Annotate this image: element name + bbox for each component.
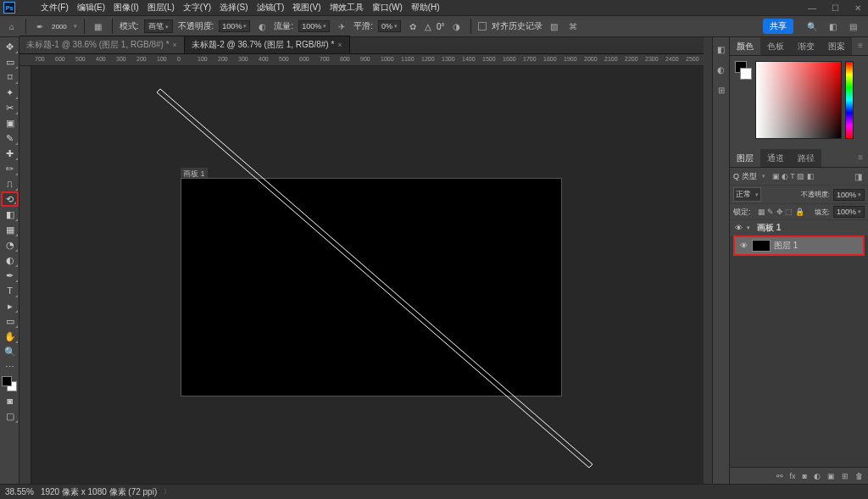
menu-window[interactable]: 窗口(W) (369, 2, 406, 14)
workspace-icon[interactable]: ◧ (826, 19, 839, 33)
adjustment-layer-icon[interactable]: ◐ (814, 472, 821, 480)
tab-channels[interactable]: 通道 (760, 149, 791, 167)
filter-toggle-icon[interactable]: ◨ (851, 169, 865, 183)
menu-type[interactable]: 文字(Y) (180, 2, 214, 14)
delete-layer-icon[interactable]: 🗑 (855, 472, 863, 480)
document-tab-1[interactable]: 未标题-1 @ 38.6% (图层 1, RGB/8#) *× (19, 36, 185, 53)
layer-mask-icon[interactable]: ◙ (803, 472, 807, 480)
smooth-settings-icon[interactable]: ✿ (406, 19, 420, 33)
tablet-icon[interactable]: ⌘ (566, 19, 580, 33)
panel-swatch[interactable] (735, 61, 752, 80)
gradient-tool[interactable]: ▦ (1, 222, 19, 237)
eyedropper-tool[interactable]: ✎ (1, 130, 19, 146)
brush-icon[interactable]: ✒ (33, 19, 47, 33)
horizontal-ruler[interactable]: 7006005004003002001000100200300400500600… (19, 54, 704, 66)
libraries-icon[interactable]: ⊞ (715, 83, 728, 97)
opacity-input[interactable]: 100%▾ (219, 20, 250, 32)
fill-input[interactable]: 100%▾ (833, 206, 865, 218)
mode-select[interactable]: 画笔▾ (144, 19, 173, 33)
panel-menu-icon[interactable]: ≡ (853, 149, 868, 167)
adjustments-icon[interactable]: ◐ (715, 63, 728, 76)
pressure-size-icon[interactable]: ◑ (450, 19, 464, 33)
layer-opacity-input[interactable]: 100%▾ (833, 189, 865, 201)
new-layer-icon[interactable]: ⊞ (842, 472, 849, 480)
tab-swatches[interactable]: 色板 (760, 37, 791, 55)
blend-mode-select[interactable]: 正常 ▾ (733, 187, 761, 202)
stamp-tool[interactable]: ⎍ (1, 176, 19, 191)
share-button[interactable]: 共享 (763, 19, 793, 34)
crop-tool[interactable]: ✂ (1, 100, 19, 115)
menu-file[interactable]: 文件(F) (37, 2, 72, 14)
hand-tool[interactable]: ✋ (1, 329, 19, 344)
link-layers-icon[interactable]: ⚯ (776, 472, 783, 480)
group-icon[interactable]: ▣ (827, 472, 835, 480)
color-field[interactable] (755, 61, 842, 139)
marquee-tool[interactable]: ▭ (1, 54, 19, 69)
properties-icon[interactable]: ◧ (715, 42, 728, 56)
maximize-button[interactable]: ☐ (828, 3, 843, 13)
tab-color[interactable]: 颜色 (730, 37, 760, 55)
panel-menu-icon[interactable]: ≡ (853, 37, 868, 55)
close-tab-icon[interactable]: × (173, 41, 177, 49)
layer-name[interactable]: 图层 1 (774, 240, 798, 252)
menu-edit[interactable]: 编辑(E) (74, 2, 108, 14)
brush-panel-icon[interactable]: ▦ (92, 19, 105, 33)
airbrush-icon[interactable]: ✈ (335, 19, 348, 33)
menu-layer[interactable]: 图层(L) (144, 2, 178, 14)
close-tab-icon[interactable]: × (337, 41, 342, 49)
dodge-tool[interactable]: ◐ (1, 252, 19, 268)
tab-layers[interactable]: 图层 (730, 149, 760, 167)
quickmask-tool[interactable]: ◙ (1, 393, 19, 408)
screenmode-tool[interactable]: ▢ (1, 408, 19, 424)
home-icon[interactable]: ⌂ (5, 19, 19, 33)
lock-icons[interactable]: ▦ ✎ ✥ ⬚ 🔒 (758, 208, 804, 216)
brush-size[interactable]: 2000 (52, 23, 67, 30)
canvas[interactable]: 画板 1 (19, 66, 704, 484)
visibility-icon[interactable]: 👁 (738, 241, 748, 251)
tab-gradients[interactable]: 渐变 (791, 37, 821, 55)
history-source-icon[interactable]: ▧ (548, 19, 561, 33)
edit-toolbar[interactable]: ⋯ (1, 359, 19, 374)
artboard-name[interactable]: 画板 1 (757, 222, 781, 234)
minimize-button[interactable]: — (804, 3, 820, 13)
lasso-tool[interactable]: ⌑ (1, 69, 19, 85)
artboard-row[interactable]: 👁 ▾ 画板 1 (730, 220, 868, 236)
type-tool[interactable]: T (1, 283, 19, 298)
heal-tool[interactable]: ✚ (1, 146, 19, 161)
layer-filter-icons[interactable]: ▣ ◐ T ▧ ◧ (772, 172, 815, 180)
align-checkbox[interactable] (478, 22, 487, 30)
wand-tool[interactable]: ✦ (1, 85, 19, 100)
menu-image[interactable]: 图像(I) (110, 2, 142, 14)
pressure-opacity-icon[interactable]: ◐ (255, 19, 269, 33)
menu-view[interactable]: 视图(V) (289, 2, 324, 14)
menu-help[interactable]: 帮助(H) (408, 2, 443, 14)
menu-filter[interactable]: 滤镜(T) (253, 2, 288, 14)
arrange-icon[interactable]: ▤ (846, 19, 860, 33)
menu-plugin[interactable]: 增效工具 (326, 2, 367, 14)
shape-tool[interactable]: ▭ (1, 313, 19, 329)
document-tab-2[interactable]: 未标题-2 @ 36.7% (图层 1, RGB/8#) *× (185, 36, 350, 53)
search-icon[interactable]: 🔍 (805, 19, 819, 33)
color-swatch[interactable] (2, 376, 17, 391)
frame-tool[interactable]: ▣ (1, 115, 19, 130)
history-brush-tool[interactable]: ⟲ (1, 191, 19, 207)
close-button[interactable]: ✕ (851, 3, 865, 13)
brush-tool[interactable]: ✏ (1, 161, 19, 176)
layer-style-icon[interactable]: fx (790, 472, 796, 480)
angle-value[interactable]: 0° (437, 22, 445, 31)
visibility-icon[interactable]: 👁 (733, 223, 743, 233)
tab-patterns[interactable]: 图案 (821, 37, 852, 55)
move-tool[interactable]: ✥ (1, 39, 19, 54)
menu-select[interactable]: 选择(S) (216, 2, 251, 14)
zoom-tool[interactable]: 🔍 (1, 344, 19, 359)
blur-tool[interactable]: ◔ (1, 237, 19, 252)
smooth-input[interactable]: 0%▾ (378, 20, 401, 32)
layer-thumbnail[interactable] (752, 240, 771, 252)
flow-input[interactable]: 100%▾ (298, 20, 330, 32)
path-select-tool[interactable]: ▸ (1, 298, 19, 313)
tab-paths[interactable]: 路径 (791, 149, 821, 167)
fold-icon[interactable]: ▾ (747, 225, 754, 231)
hue-slider[interactable] (845, 61, 854, 139)
eraser-tool[interactable]: ◧ (1, 207, 19, 222)
layer-row-selected[interactable]: 👁 图层 1 (733, 236, 865, 256)
